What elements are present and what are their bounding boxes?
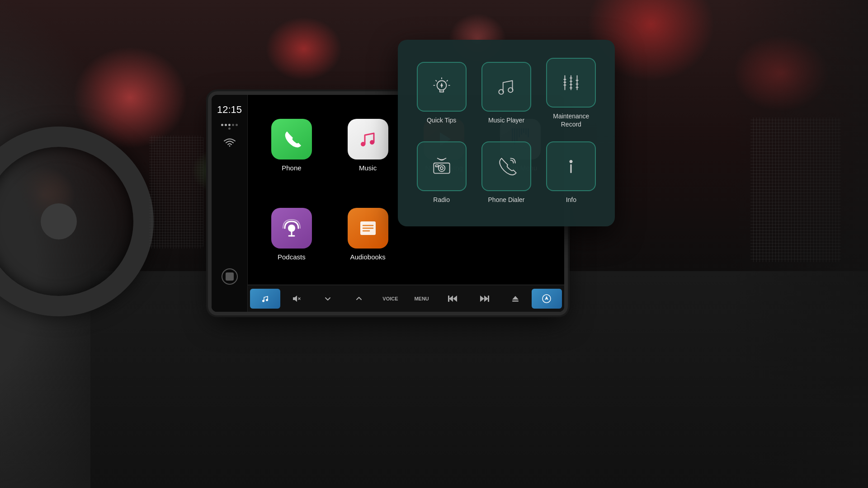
app-audiobooks[interactable]: Audiobooks <box>333 193 403 276</box>
drawer-grid: Quick Tips Music Player <box>414 58 599 208</box>
svg-rect-16 <box>448 296 449 302</box>
ctrl-up[interactable] <box>344 289 374 309</box>
app-music[interactable]: Music <box>333 104 403 187</box>
ctrl-voice[interactable]: VOICE <box>375 289 406 309</box>
menu-label: MENU <box>414 296 429 301</box>
svg-point-11 <box>266 299 268 301</box>
svg-marker-15 <box>449 296 453 302</box>
ctrl-music[interactable] <box>250 289 280 309</box>
home-button-icon <box>226 272 234 281</box>
ctrl-prev[interactable] <box>438 289 468 309</box>
radio-icon-box <box>417 141 467 191</box>
podcasts-label: Podcasts <box>278 253 306 261</box>
ctrl-down[interactable] <box>312 289 343 309</box>
svg-point-52 <box>570 160 572 163</box>
app-podcasts[interactable]: Podcasts <box>257 193 326 276</box>
drawer-phone-dialer[interactable]: Phone Dialer <box>478 137 534 208</box>
drawer-quick-tips[interactable]: Quick Tips <box>414 58 469 128</box>
app-drawer: Quick Tips Music Player <box>398 40 615 226</box>
svg-line-26 <box>436 80 437 81</box>
audiobooks-label: Audiobooks <box>350 253 385 261</box>
ctrl-eject[interactable] <box>500 289 531 309</box>
svg-point-3 <box>288 225 295 232</box>
speaker-grille-left <box>149 136 203 249</box>
info-label: Info <box>566 196 576 204</box>
voice-label: VOICE <box>382 296 398 301</box>
info-icon-box <box>546 141 596 191</box>
ctrl-menu[interactable]: MENU <box>406 289 437 309</box>
svg-rect-19 <box>488 296 489 302</box>
app-phone[interactable]: Phone <box>257 104 326 187</box>
svg-marker-23 <box>545 296 548 300</box>
clock-display: 12:15 <box>217 104 242 116</box>
svg-marker-20 <box>512 296 519 300</box>
svg-point-1 <box>370 140 374 145</box>
music-player-icon-box <box>481 62 531 112</box>
podcasts-icon-bg <box>271 208 312 249</box>
svg-point-0 <box>361 142 365 146</box>
svg-point-10 <box>262 300 264 302</box>
quick-tips-icon-box <box>417 62 467 112</box>
wifi-icon <box>223 138 236 150</box>
drawer-music-player[interactable]: Music Player <box>478 58 534 128</box>
svg-rect-50 <box>435 165 438 167</box>
hu-sidebar: 12:15 <box>212 95 248 312</box>
dot-1 <box>221 124 223 126</box>
svg-marker-17 <box>480 296 484 302</box>
signal-dots <box>221 124 239 130</box>
music-label: Music <box>359 164 377 172</box>
svg-marker-14 <box>453 296 457 302</box>
audiobooks-icon-bg <box>348 208 388 249</box>
phone-dialer-icon-box <box>481 141 531 191</box>
phone-label: Phone <box>282 164 301 172</box>
drawer-radio[interactable]: Radio <box>414 137 469 208</box>
music-player-label: Music Player <box>488 116 524 124</box>
svg-point-31 <box>441 84 442 86</box>
svg-line-27 <box>447 80 448 81</box>
quick-tips-label: Quick Tips <box>427 116 456 124</box>
dot-2 <box>225 124 227 126</box>
dot-5 <box>236 124 238 126</box>
dot-4 <box>232 124 234 126</box>
right-overlay <box>732 0 868 488</box>
control-bar: VOICE MENU <box>248 285 564 312</box>
svg-rect-21 <box>512 300 519 302</box>
ctrl-nav[interactable] <box>532 289 562 309</box>
drawer-info[interactable]: Info <box>543 137 599 208</box>
radio-label: Radio <box>433 196 450 204</box>
ctrl-next[interactable] <box>469 289 499 309</box>
dot-3 <box>228 124 231 126</box>
drawer-maintenance[interactable]: Maintenance Record <box>543 58 599 128</box>
phone-dialer-label: Phone Dialer <box>488 196 525 204</box>
svg-marker-18 <box>484 296 488 302</box>
phone-icon-bg <box>271 119 312 160</box>
ctrl-mute[interactable] <box>281 289 311 309</box>
svg-point-49 <box>440 167 443 170</box>
svg-point-48 <box>438 165 445 172</box>
maintenance-label: Maintenance Record <box>543 112 599 128</box>
maintenance-icon-box <box>546 58 596 108</box>
home-button[interactable] <box>222 268 238 285</box>
dot-6 <box>228 127 231 130</box>
music-icon-bg <box>348 119 388 160</box>
